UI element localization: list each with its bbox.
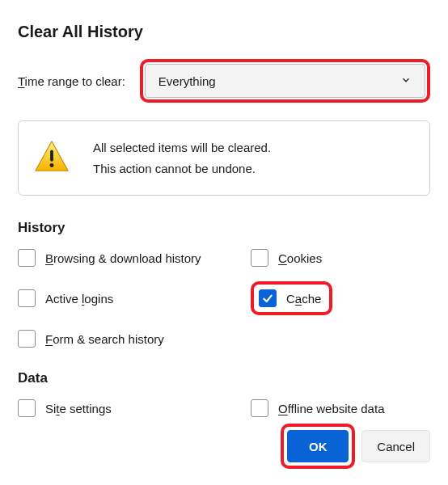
time-range-label-text: ime range to clear:	[25, 74, 125, 88]
time-range-row: Time range to clear: Everything	[18, 59, 430, 103]
warning-text: All selected items will be cleared. This…	[93, 137, 271, 179]
warning-line1: All selected items will be cleared.	[93, 137, 271, 158]
checkbox-offline-data[interactable]: Offline website data	[251, 399, 430, 417]
checkbox-site-settings[interactable]: Site settings	[18, 399, 244, 417]
checkbox-icon-checked	[259, 289, 277, 307]
ok-button[interactable]: OK	[287, 430, 349, 462]
warning-box: All selected items will be cleared. This…	[18, 120, 430, 196]
checkbox-form-search-history[interactable]: Form & search history	[18, 330, 244, 348]
checkbox-icon	[18, 249, 36, 267]
checkbox-label: Active logins	[45, 292, 113, 306]
history-options-grid: Browsing & download history Cookies Acti…	[18, 249, 430, 348]
svg-rect-1	[50, 150, 53, 161]
chevron-down-icon	[400, 74, 412, 88]
checkbox-cache[interactable]: Cache	[259, 289, 321, 307]
checkbox-browsing-history[interactable]: Browsing & download history	[18, 249, 244, 267]
section-history-heading: History	[18, 220, 430, 236]
checkbox-cache-highlight: Cache	[251, 281, 430, 315]
checkbox-label: Form & search history	[45, 332, 164, 346]
time-range-value: Everything	[158, 74, 216, 88]
time-range-label: Time range to clear:	[18, 74, 125, 88]
svg-point-2	[50, 163, 54, 167]
warning-line2: This action cannot be undone.	[93, 158, 271, 179]
time-range-select[interactable]: Everything	[145, 64, 425, 98]
checkbox-active-logins[interactable]: Active logins	[18, 281, 244, 315]
checkbox-label: Cookies	[278, 251, 322, 265]
time-range-highlight: Everything	[140, 59, 430, 103]
time-range-accesskey: T	[18, 74, 25, 88]
checkbox-label: Offline website data	[278, 402, 384, 415]
checkbox-icon	[18, 399, 36, 417]
checkbox-label: Browsing & download history	[45, 251, 201, 265]
checkbox-icon	[251, 399, 268, 417]
dialog-buttons: OK Cancel	[281, 424, 430, 469]
checkbox-icon	[18, 330, 36, 348]
dialog-title: Clear All History	[18, 23, 430, 41]
checkbox-label: Cache	[286, 292, 321, 306]
checkbox-label: Site settings	[45, 402, 112, 415]
ok-button-highlight: OK	[281, 424, 355, 469]
checkbox-cookies[interactable]: Cookies	[251, 249, 430, 267]
data-options-grid: Site settings Offline website data	[18, 399, 430, 417]
section-data-heading: Data	[18, 370, 430, 386]
checkbox-icon	[18, 289, 36, 307]
checkbox-icon	[251, 249, 268, 267]
warning-icon	[33, 138, 70, 178]
cancel-button[interactable]: Cancel	[361, 430, 430, 462]
